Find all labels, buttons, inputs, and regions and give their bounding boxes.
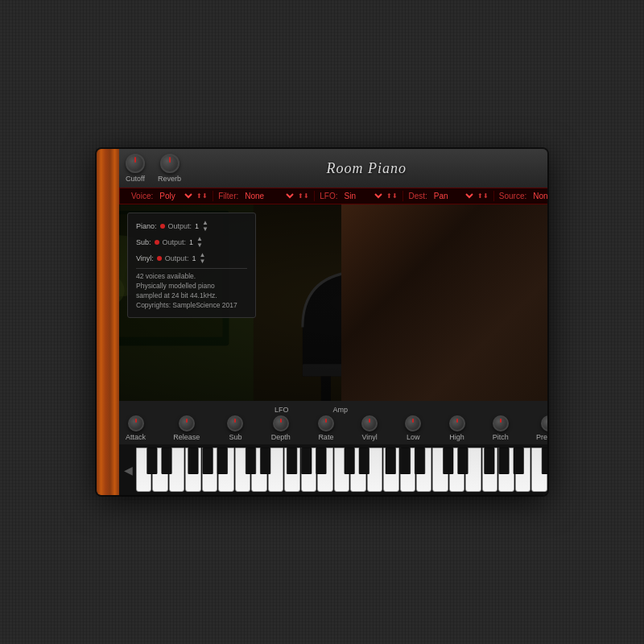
white-key[interactable] — [301, 448, 316, 492]
dest-label: Dest: — [408, 192, 427, 200]
svg-rect-34 — [481, 303, 523, 317]
vinyl-dot — [157, 256, 162, 261]
lfo-select-group: LFO: Sin Saw Square ⬆⬇ — [315, 191, 403, 201]
knobs-row: Attack Release Sub Depth Rate — [122, 415, 547, 441]
white-key[interactable] — [367, 448, 382, 492]
keyboard-left-arrow[interactable]: ◀ — [124, 464, 133, 477]
sub-row: Sub: Output: 1 ▲▼ — [136, 236, 247, 249]
white-key[interactable] — [185, 448, 200, 492]
piano-arrows[interactable]: ▲▼ — [202, 220, 208, 233]
svg-rect-28 — [407, 284, 449, 299]
white-key[interactable] — [284, 448, 299, 492]
white-key[interactable] — [383, 448, 398, 492]
filter-select-group: Filter: None Low Pass High Pass ⬆⬇ — [213, 191, 315, 201]
pregain-knob[interactable] — [541, 415, 547, 431]
reverb-label: Reverb — [158, 175, 181, 183]
white-key[interactable] — [432, 448, 448, 492]
vinyl-arrows[interactable]: ▲▼ — [199, 252, 205, 265]
sub-row-label: Sub: — [136, 238, 151, 246]
white-key[interactable] — [400, 448, 415, 492]
white-key[interactable] — [416, 448, 431, 492]
release-knob[interactable] — [179, 415, 195, 431]
pitch-knob[interactable] — [493, 415, 509, 431]
filter-arrow-icon: ⬆⬇ — [298, 192, 309, 200]
piano-row-label: Piano: — [136, 222, 157, 230]
popup-divider — [136, 268, 247, 269]
description-text: Physically modelled pianosampled at 24 b… — [136, 282, 247, 301]
piano-image: Piano: Output: 1 ▲▼ Sub: Output: 1 ▲▼ — [119, 204, 547, 401]
voice-dropdown[interactable]: Poly Mono — [155, 191, 195, 201]
popup-info: Piano: Output: 1 ▲▼ Sub: Output: 1 ▲▼ — [127, 213, 256, 318]
main-body: Cutoff Reverb Room Piano Pan Vol — [119, 149, 547, 495]
white-key[interactable] — [152, 448, 167, 492]
reverb-knob[interactable] — [160, 154, 180, 173]
depth-knob[interactable] — [273, 415, 289, 431]
cutoff-knob[interactable] — [126, 154, 145, 173]
white-key[interactable] — [334, 448, 349, 492]
low-knob[interactable] — [405, 415, 421, 431]
release-label: Release — [173, 433, 200, 441]
dest-select-group: Dest: Pan Pitch Volume ⬆⬇ — [403, 191, 493, 201]
white-key[interactable] — [498, 448, 514, 492]
white-key[interactable] — [482, 448, 497, 492]
svg-rect-19 — [456, 247, 498, 262]
depth-group: Depth — [271, 415, 291, 441]
attack-group: Attack — [126, 415, 146, 441]
voice-label: Voice: — [131, 192, 153, 200]
white-key[interactable] — [235, 448, 250, 492]
white-key[interactable] — [251, 448, 266, 492]
plugin-container: Cutoff Reverb Room Piano Pan Vol — [97, 149, 547, 495]
high-label: High — [449, 433, 464, 441]
sub-knob-label: Sub — [229, 433, 242, 441]
piano-output-val: 1 — [195, 222, 199, 230]
copyright-text: Copyrights: SampleScience 2017 — [136, 301, 247, 311]
svg-rect-35 — [530, 303, 547, 317]
filter-dropdown[interactable]: None Low Pass High Pass — [240, 191, 296, 201]
title-area: Room Piano — [326, 160, 407, 177]
lfo-section-label: LFO — [275, 406, 289, 414]
white-key[interactable] — [136, 448, 151, 492]
svg-rect-33 — [431, 303, 474, 317]
white-key[interactable] — [202, 448, 217, 492]
dest-dropdown[interactable]: Pan Pitch Volume — [429, 191, 476, 201]
keyboard[interactable] — [136, 448, 547, 492]
white-key[interactable] — [515, 448, 530, 492]
white-key[interactable] — [449, 448, 464, 492]
reverb-group: Reverb — [158, 154, 181, 183]
piano-output-label: Output: — [168, 222, 192, 230]
sub-dot — [155, 240, 159, 245]
vinyl-output-val: 1 — [192, 254, 196, 262]
white-key[interactable] — [218, 448, 233, 492]
pregain-group: PreGain — [536, 415, 547, 441]
sub-knob[interactable] — [227, 415, 243, 431]
vinyl-row-label: Vinyl: — [136, 254, 154, 262]
sub-group: Sub — [227, 415, 243, 441]
white-key[interactable] — [465, 448, 481, 492]
source-dropdown[interactable]: None Mod Wheel — [528, 191, 547, 201]
header-knobs-left: Cutoff Reverb — [126, 154, 181, 183]
source-label: Source: — [499, 192, 526, 200]
white-key[interactable] — [531, 448, 547, 492]
low-group: Low — [405, 415, 421, 441]
piano-dot — [160, 224, 165, 229]
white-key[interactable] — [350, 448, 365, 492]
white-key[interactable] — [268, 448, 283, 492]
white-keys — [136, 448, 547, 492]
white-key[interactable] — [169, 448, 184, 492]
sub-arrows[interactable]: ▲▼ — [196, 236, 203, 249]
lfo-dropdown[interactable]: Sin Saw Square — [339, 191, 385, 201]
attack-knob[interactable] — [128, 415, 144, 431]
cutoff-label: Cutoff — [126, 175, 145, 183]
svg-rect-25 — [530, 266, 547, 280]
high-knob[interactable] — [449, 415, 465, 431]
rate-knob[interactable] — [318, 415, 334, 431]
piano-row: Piano: Output: 1 ▲▼ — [136, 220, 247, 233]
vinyl-output-label: Output: — [165, 254, 189, 262]
voice-bar: Voice: Poly Mono ⬆⬇ Filter: None Low Pas… — [119, 188, 547, 204]
high-group: High — [449, 415, 465, 441]
source-select-group: Source: None Mod Wheel ⬆⬇ — [494, 191, 547, 201]
voices-info: 42 voices available. — [136, 272, 247, 282]
pitch-group: Pitch — [493, 415, 509, 441]
white-key[interactable] — [317, 448, 332, 492]
vinyl-knob[interactable] — [361, 415, 378, 431]
